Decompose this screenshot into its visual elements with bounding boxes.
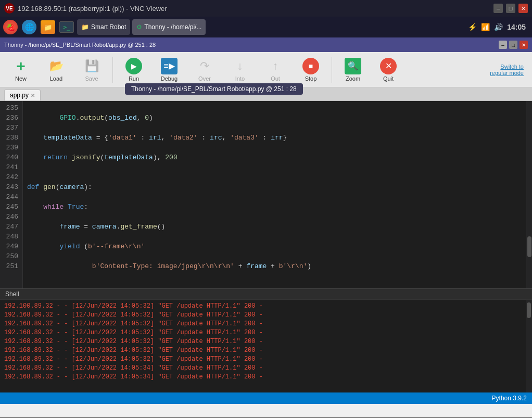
shell-line: 192.168.89.32 - - [12/Jun/2022 14:05:32]… [4, 355, 528, 364]
volume-icon[interactable]: 🔊 [494, 23, 503, 31]
code-line-235: GPIO.output(obs_led, 0) [27, 113, 522, 123]
switch-mode-link[interactable]: Switch to regular mode [486, 61, 528, 78]
stop-label: Stop [305, 75, 317, 82]
shell-panel: Shell 192.100.89.32 - - [12/Jun/2022 14:… [0, 288, 532, 392]
code-line-239: def gen(camera): [27, 182, 522, 192]
folder-icon: 📁 [41, 20, 55, 34]
out-label: Out [271, 75, 280, 82]
run-button[interactable]: ▶ Run [117, 54, 150, 85]
out-icon: ↑ [267, 58, 284, 74]
line-numbers: 235 236 237 238 239 240 241 242 243 244 … [0, 101, 23, 288]
code-line-240: while True: [27, 202, 522, 212]
taskbar-app-smartrobot[interactable]: 📁 Smart Robot [77, 19, 130, 35]
raspberry-pi-icon[interactable]: 🍓 [2, 19, 19, 35]
shell-scrollbar[interactable] [526, 300, 532, 392]
zoom-button[interactable]: 🔍 Zoom [336, 54, 370, 85]
toolbar: + New 📂 Load 💾 Save ▶ Run ≡▶ Debug [0, 52, 532, 87]
into-icon: ↓ [232, 58, 248, 74]
code-line-242: yield (b'--frame\r\n' [27, 242, 522, 251]
location-tooltip: Thonny - /home/pi/SE_PBL/Smart Robot/app… [125, 83, 303, 95]
debug-button[interactable]: ≡▶ Debug [153, 54, 186, 85]
new-icon: + [12, 58, 29, 74]
wifi-icon[interactable]: 📶 [481, 23, 490, 31]
editor-scrollbar[interactable] [526, 101, 532, 288]
shell-line: 192.168.89.32 - - [12/Jun/2022 14:05:32]… [4, 337, 528, 346]
code-content[interactable]: GPIO.output(obs_led, 0) templateData = {… [23, 101, 526, 288]
stop-icon: ■ [302, 58, 319, 74]
taskbar-thonny-label: Thonny - /home/pi/... [144, 23, 201, 31]
toolbar-separator-1 [112, 57, 113, 83]
code-line-241: frame = camera.get_frame() [27, 222, 522, 232]
over-button[interactable]: ↷ Over [188, 54, 221, 85]
maximize-button[interactable]: □ [506, 4, 515, 13]
python-version: Python 3.9.2 [492, 395, 527, 402]
taskbar-smartrobot-label: Smart Robot [91, 23, 126, 31]
terminal-display: >_ [59, 21, 74, 33]
shell-label: Shell [5, 290, 19, 298]
shell-line: 192.100.89.32 - - [12/Jun/2022 14:05:32]… [4, 302, 528, 311]
title-bar-text: 192.168.89.50:1 (raspberrypi:1 (pi)) - V… [18, 5, 493, 12]
run-icon: ▶ [125, 58, 142, 74]
files-icon[interactable]: 📁 [40, 19, 56, 35]
zoom-icon: 🔍 [345, 58, 361, 74]
out-button[interactable]: ↑ Out [259, 54, 292, 85]
stop-button[interactable]: ■ Stop [294, 54, 327, 85]
taskbar-folder-icon: 📁 [81, 23, 89, 31]
thonny-titlebar: Thonny - /home/pi/SE_PBL/Smart Robot/app… [0, 37, 532, 52]
terminal-icon[interactable]: >_ [58, 19, 75, 35]
quit-label: Quit [383, 75, 394, 82]
title-bar: VE 192.168.89.50:1 (raspberrypi:1 (pi)) … [0, 0, 532, 17]
code-editor[interactable]: 235 236 237 238 239 240 241 242 243 244 … [0, 101, 532, 288]
run-label: Run [129, 75, 139, 82]
clock: 14:05 [507, 23, 526, 31]
code-line-236: templateData = {'data1' : irl, 'data2' :… [27, 133, 522, 143]
thonny-minimize-btn[interactable]: – [499, 41, 507, 49]
taskbar-thonny-icon: ⚙ [136, 23, 142, 31]
thonny-maximize-btn[interactable]: □ [509, 41, 517, 49]
into-button[interactable]: ↓ Into [223, 54, 257, 85]
over-icon: ↷ [196, 58, 213, 74]
scrollbar-thumb[interactable] [527, 236, 531, 257]
save-button[interactable]: 💾 Save [75, 54, 108, 85]
shell-scrollbar-thumb[interactable] [527, 302, 531, 318]
shell-header: Shell [0, 288, 532, 300]
systray: ⚡ 📶 🔊 14:05 [468, 23, 530, 31]
tab-close-button[interactable]: ✕ [31, 93, 35, 98]
load-button[interactable]: 📂 Load [40, 54, 73, 85]
quit-button[interactable]: ✕ Quit [372, 54, 405, 85]
minimize-button[interactable]: – [493, 4, 503, 13]
status-bar: Python 3.9.2 [0, 392, 532, 404]
load-label: Load [50, 75, 62, 82]
save-icon: 💾 [83, 58, 100, 74]
shell-line: 192.168.89.32 - - [12/Jun/2022 14:05:32]… [4, 346, 528, 355]
shell-line: 192.168.89.32 - - [12/Jun/2022 14:05:32]… [4, 311, 528, 320]
new-label: New [15, 75, 27, 82]
debug-icon: ≡▶ [161, 58, 178, 74]
thonny-titlebar-text: Thonny - /home/pi/SE_PBL/Smart Robot/app… [4, 42, 499, 48]
close-button[interactable]: ✕ [518, 4, 528, 13]
globe-icon: 🌐 [22, 20, 36, 34]
title-bar-controls: – □ ✕ [493, 4, 528, 13]
shell-line: 192.168.89.32 - - [12/Jun/2022 14:05:32]… [4, 328, 528, 337]
bluetooth-icon[interactable]: ⚡ [468, 23, 477, 31]
shell-line: 192.168.89.32 - - [12/Jun/2022 14:05:34]… [4, 364, 528, 373]
vnc-icon: VE [4, 3, 15, 14]
thonny-close-btn[interactable]: ✕ [520, 41, 528, 49]
thonny-window: Thonny - /home/pi/SE_PBL/Smart Robot/app… [0, 37, 532, 417]
quit-icon: ✕ [380, 58, 397, 74]
into-label: Into [235, 75, 245, 82]
taskbar: 🍓 🌐 📁 >_ 📁 Smart Robot ⚙ Thonny - /home/… [0, 17, 532, 37]
code-line-237: return jsonify(templateData), 200 [27, 153, 522, 162]
load-icon: 📂 [48, 58, 65, 74]
taskbar-app-thonny[interactable]: ⚙ Thonny - /home/pi/... [132, 19, 206, 35]
save-label: Save [85, 75, 98, 82]
browser-icon[interactable]: 🌐 [21, 19, 37, 35]
toolbar-separator-2 [332, 57, 332, 83]
over-label: Over [198, 75, 211, 82]
new-button[interactable]: + New [4, 54, 37, 85]
shell-line: 192.168.89.32 - - [12/Jun/2022 14:05:34]… [4, 373, 528, 382]
raspberry-logo: 🍓 [3, 20, 18, 34]
shell-content[interactable]: 192.100.89.32 - - [12/Jun/2022 14:05:32]… [0, 300, 532, 392]
tab-apppy[interactable]: app.py ✕ [4, 90, 41, 100]
thonny-window-controls: – □ ✕ [499, 41, 528, 49]
